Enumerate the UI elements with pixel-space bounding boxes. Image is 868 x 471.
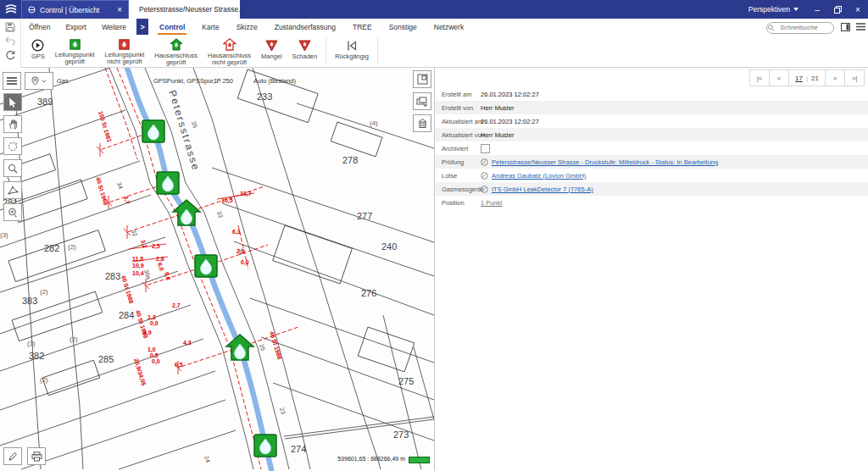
pan-tool-button[interactable] — [3, 115, 22, 133]
house-number: 32 — [131, 229, 138, 237]
refresh-icon[interactable] — [5, 50, 15, 60]
field-label: Erstellt von — [435, 104, 481, 112]
tab-skizze[interactable]: Skizze — [228, 19, 266, 35]
gps-button[interactable]: GPS — [26, 36, 50, 66]
close-button[interactable]: × — [848, 0, 868, 19]
tab-zustandserfassung[interactable]: Zustandserfassung — [266, 19, 344, 35]
schaden-button[interactable]: Schaden — [287, 36, 323, 66]
polygon-select-tool-button[interactable] — [3, 181, 22, 199]
map-canvas[interactable]: Petersstrasse 38923328128228328428538338… — [0, 68, 435, 471]
tab-sonstige[interactable]: Sonstige — [381, 19, 426, 35]
rueckgaengig-button[interactable]: Rückgängig — [330, 36, 374, 66]
tab-tree[interactable]: TREE — [344, 19, 381, 35]
pager-first-button[interactable]: |< — [749, 69, 770, 86]
leitungspunkt-geprueft-marker[interactable] — [195, 255, 217, 277]
print-button[interactable] — [27, 447, 46, 465]
leitungspunkt-geprueft-marker[interactable] — [142, 120, 164, 142]
tab-control-uebersicht[interactable]: Control | Übersicht × — [21, 0, 129, 19]
pager-last-button[interactable]: >| — [844, 69, 865, 86]
lotse-link[interactable]: Andreas Gaubatz (Lovion GmbH) — [492, 172, 586, 180]
toolbar: GPS Leitungspunkt geprüft Leitungspunkt … — [21, 35, 868, 68]
house-number: 34 — [116, 181, 124, 190]
gasmessgeraet-link[interactable]: ITS GmbH LeakDetector 7 (7765-A) — [492, 186, 593, 193]
undo-arrow-icon[interactable] — [5, 36, 15, 46]
pager-next-button[interactable]: > — [825, 69, 845, 86]
tab-netzwerk[interactable]: Netzwerk — [426, 19, 472, 35]
survey-dimension-label: 10,9 — [132, 263, 144, 269]
button-label2: geprüft — [166, 59, 186, 67]
field-label: Aktualisiert am — [435, 118, 481, 125]
hausanschluss-geprueft-marker[interactable] — [226, 335, 253, 360]
house-number: 33 — [216, 210, 224, 219]
search-input[interactable] — [766, 22, 834, 34]
object-link-icon — [481, 172, 488, 180]
rotate-select-tool-button[interactable] — [3, 137, 22, 155]
leitungspunkt-geprueft-button[interactable]: Leitungspunkt geprüft — [50, 36, 100, 66]
button-label: Rückgängig — [335, 53, 369, 61]
button-label: Schaden — [292, 53, 318, 61]
minimize-button[interactable]: – — [807, 0, 827, 19]
menu-hamburger-icon[interactable] — [853, 19, 868, 35]
zoom-select-tool-button[interactable] — [3, 203, 22, 221]
position-link[interactable]: 1 Punkt — [481, 199, 502, 207]
map-view[interactable]: Petersstrasse 38923328128228328428538338… — [0, 68, 435, 471]
tab-petersstrasse[interactable]: Petersstrasse/Neusser Strasse... × — [129, 0, 240, 19]
button-label2: nicht geprüft — [107, 58, 142, 66]
leitungspunkt-nicht-geprueft-button[interactable]: Leitungspunkt nicht geprüft — [100, 36, 150, 66]
parcel-sub-label: (3) — [0, 231, 8, 239]
hausanschluss-nicht-geprueft-button[interactable]: Hausanschluss nicht geprüft — [203, 36, 256, 66]
edit-tool-button[interactable] — [3, 447, 22, 465]
tab1-close-icon[interactable]: × — [117, 6, 122, 14]
map-menu-button[interactable] — [3, 72, 21, 90]
menu-export[interactable]: Export — [58, 19, 94, 35]
parcel-sub-label: (2) — [40, 288, 48, 296]
hausanschluss-geprueft-button[interactable]: Hausanschluss geprüft — [149, 36, 203, 66]
perspektiven-button[interactable]: Perspektiven — [740, 0, 807, 19]
field-label: Archiviert — [435, 145, 481, 152]
restore-button[interactable] — [827, 0, 848, 19]
circle-select-icon — [8, 141, 18, 152]
field-row-aktualisiert-am: Aktualisiert am 26.01.2023 12:02:27 — [435, 114, 868, 128]
quick-search — [766, 20, 834, 35]
pager-position: 17 | 21 — [788, 69, 826, 86]
zoom-tool-button[interactable] — [3, 159, 22, 177]
parcel-number: 233 — [257, 91, 272, 102]
pager-prev-button[interactable]: < — [769, 69, 789, 86]
field-row-pruefung: Prüfung Petersstrasse/Neusser Strasse - … — [435, 155, 868, 169]
parcel-number: 274 — [291, 444, 306, 454]
quick-access-strip — [0, 19, 21, 68]
parcel-number: 282 — [44, 243, 59, 253]
parcel-number: 276 — [361, 288, 376, 298]
field-row-aktualisiert-von: Aktualisiert von Herr Muster — [435, 128, 868, 141]
select-tool-button[interactable] — [3, 93, 22, 111]
leitungspunkt-geprueft-marker[interactable] — [254, 435, 276, 457]
parcel-sub-label: (4) — [370, 119, 378, 127]
pruefung-link[interactable]: Petersstrasse/Neusser Strasse - Druckstu… — [492, 158, 718, 166]
field-value: Herr Muster — [481, 131, 515, 139]
hand-icon — [8, 119, 18, 130]
house-number: 30a — [143, 269, 152, 280]
menu-weitere[interactable]: Weitere — [94, 19, 134, 35]
parcel-number: 382 — [29, 351, 44, 361]
leitungspunkt-geprueft-marker[interactable] — [157, 172, 179, 194]
copy-view-button[interactable] — [413, 92, 431, 110]
ribbon-expand-button[interactable]: > — [136, 19, 148, 35]
leitungspunkt-geprueft-icon — [70, 38, 81, 50]
app-logo-icon[interactable] — [0, 0, 21, 19]
button-label: Mangel — [261, 53, 282, 61]
tab-control[interactable]: Control — [151, 19, 193, 35]
mangel-button[interactable]: Mangel — [256, 36, 287, 66]
pager-total: 21 — [811, 75, 819, 82]
archiviert-checkbox[interactable] — [481, 144, 490, 153]
tab-karte[interactable]: Karte — [193, 19, 227, 35]
tab1-label: Control | Übersicht — [40, 6, 99, 14]
panel-toggle-icon[interactable] — [837, 19, 853, 35]
building-layer-button[interactable] — [413, 114, 431, 132]
save-icon[interactable] — [5, 22, 15, 32]
hausanschluss-geprueft-icon — [170, 38, 183, 51]
map-position-dropdown[interactable] — [25, 72, 53, 90]
field-row-gasmessgeraet: Gasmessgerät ITS GmbH LeakDetector 7 (77… — [435, 182, 868, 196]
chevron-down-icon — [793, 8, 798, 11]
menu-oeffnen[interactable]: Öffnen — [21, 19, 58, 35]
map-sheet-button[interactable] — [413, 70, 431, 88]
